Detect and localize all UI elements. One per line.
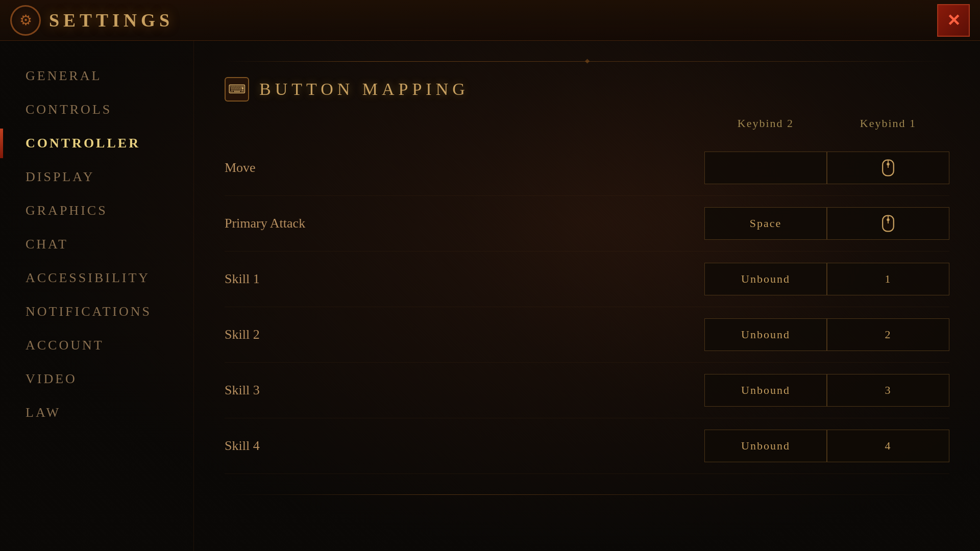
keybind1-skill3[interactable]: 3	[827, 374, 949, 407]
keybind-buttons-move	[704, 152, 949, 184]
keybind2-skill1[interactable]: Unbound	[704, 263, 827, 295]
keybind2-skill3[interactable]: Unbound	[704, 374, 827, 407]
section-header: ⌨ BUTTON MAPPING	[225, 77, 949, 102]
keybind1-skill4[interactable]: 4	[827, 430, 949, 462]
action-primary-attack: Primary Attack	[225, 216, 704, 231]
binding-row-skill1: Skill 1 Unbound 1	[225, 252, 949, 307]
content-area: ⌨ BUTTON MAPPING Keybind 2 Keybind 1 Mov…	[194, 41, 980, 551]
keybind2-header: Keybind 2	[704, 117, 827, 130]
gear-icon: ⚙	[10, 5, 41, 36]
main-layout: GENERAL CONTROLS CONTROLLER DISPLAY GRAP…	[0, 41, 980, 551]
svg-point-5	[887, 218, 889, 221]
keybind2-skill2[interactable]: Unbound	[704, 318, 827, 351]
keybind2-move[interactable]	[704, 152, 827, 184]
keybind2-skill4[interactable]: Unbound	[704, 430, 827, 462]
sidebar: GENERAL CONTROLS CONTROLLER DISPLAY GRAP…	[0, 41, 194, 551]
sidebar-item-law[interactable]: LAW	[15, 398, 193, 428]
keybind1-move[interactable]	[827, 152, 949, 184]
binding-row-primary-attack: Primary Attack Space	[225, 196, 949, 252]
keybind2-primary-attack[interactable]: Space	[704, 207, 827, 240]
sidebar-item-controller[interactable]: CONTROLLER	[15, 129, 193, 158]
sidebar-item-account[interactable]: ACCOUNT	[15, 331, 193, 360]
action-skill4: Skill 4	[225, 438, 704, 454]
column-headers: Keybind 2 Keybind 1	[225, 117, 949, 130]
header: ⚙ SETTINGS ✕	[0, 0, 980, 41]
keybind1-skill1[interactable]: 1	[827, 263, 949, 295]
sidebar-item-chat[interactable]: CHAT	[15, 230, 193, 259]
keybind-buttons-primary-attack: Space	[704, 207, 949, 240]
sidebar-item-general[interactable]: GENERAL	[15, 61, 193, 91]
sidebar-item-controls[interactable]: CONTROLS	[15, 95, 193, 124]
action-skill3: Skill 3	[225, 383, 704, 398]
svg-point-2	[887, 163, 889, 165]
sidebar-item-accessibility[interactable]: ACCESSIBILITY	[15, 263, 193, 293]
sidebar-item-display[interactable]: DISPLAY	[15, 162, 193, 192]
mouse-icon-svg	[880, 159, 896, 177]
mouse-icon-svg-2	[880, 214, 896, 233]
sidebar-item-video[interactable]: VIDEO	[15, 364, 193, 394]
section-title: BUTTON MAPPING	[259, 80, 469, 99]
keybind1-primary-attack[interactable]	[827, 207, 949, 240]
binding-row-skill2: Skill 2 Unbound 2	[225, 307, 949, 363]
bottom-divider	[225, 494, 949, 495]
binding-row-skill4: Skill 4 Unbound 4	[225, 418, 949, 474]
keybind1-header: Keybind 1	[827, 117, 949, 130]
header-left: ⚙ SETTINGS	[10, 5, 174, 36]
keyboard-icon: ⌨	[225, 77, 249, 102]
keybind-buttons-skill4: Unbound 4	[704, 430, 949, 462]
settings-title: SETTINGS	[49, 10, 174, 31]
sidebar-item-notifications[interactable]: NOTIFICATIONS	[15, 297, 193, 327]
top-divider	[225, 61, 949, 62]
action-skill1: Skill 1	[225, 271, 704, 287]
action-skill2: Skill 2	[225, 327, 704, 342]
close-button[interactable]: ✕	[937, 4, 970, 37]
keybind-buttons-skill2: Unbound 2	[704, 318, 949, 351]
keybind1-skill2[interactable]: 2	[827, 318, 949, 351]
sidebar-item-graphics[interactable]: GRAPHICS	[15, 196, 193, 226]
keybind-buttons-skill1: Unbound 1	[704, 263, 949, 295]
binding-row-skill3: Skill 3 Unbound 3	[225, 363, 949, 418]
binding-row-move: Move	[225, 140, 949, 196]
action-move: Move	[225, 160, 704, 176]
keybind-buttons-skill3: Unbound 3	[704, 374, 949, 407]
